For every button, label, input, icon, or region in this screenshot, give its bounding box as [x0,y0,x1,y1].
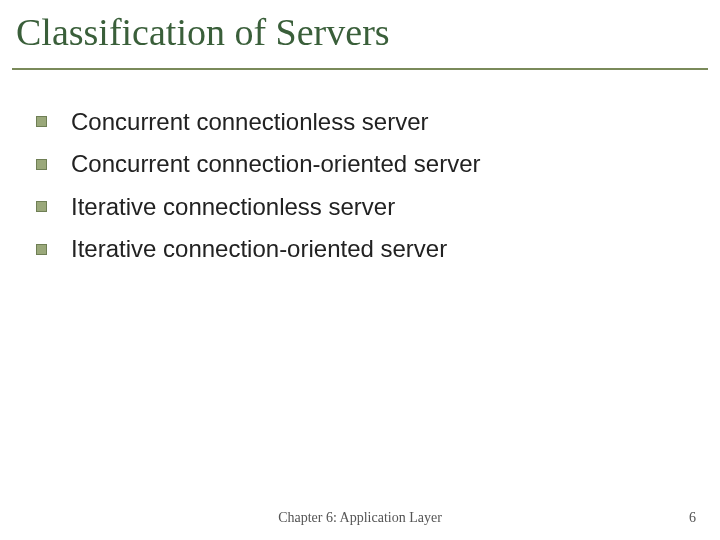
slide-body: Concurrent connectionless server Concurr… [12,86,708,266]
bullet-text: Concurrent connectionless server [71,106,429,138]
bullet-text: Iterative connection-oriented server [71,233,447,265]
bullet-text: Concurrent connection-oriented server [71,148,481,180]
slide-title: Classification of Servers [16,12,704,54]
square-bullet-icon [36,116,47,127]
list-item: Iterative connection-oriented server [36,233,700,265]
bullet-text: Iterative connectionless server [71,191,395,223]
footer-text: Chapter 6: Application Layer [0,510,720,526]
list-item: Concurrent connectionless server [36,106,700,138]
list-item: Iterative connectionless server [36,191,700,223]
page-number: 6 [689,510,696,526]
square-bullet-icon [36,159,47,170]
list-item: Concurrent connection-oriented server [36,148,700,180]
title-block: Classification of Servers [12,8,708,70]
square-bullet-icon [36,244,47,255]
square-bullet-icon [36,201,47,212]
slide: Classification of Servers Concurrent con… [0,0,720,540]
